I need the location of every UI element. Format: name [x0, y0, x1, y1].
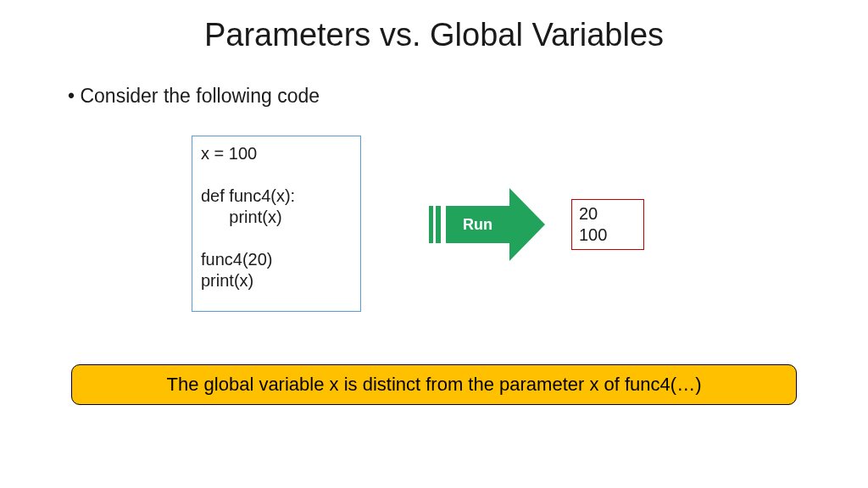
arrow-head-icon: [509, 188, 545, 261]
code-block: x = 100 def func4(x): print(x) func4(20)…: [192, 136, 361, 312]
run-arrow: Run: [429, 188, 543, 261]
run-label: Run: [463, 216, 492, 234]
arrow-body: Run: [446, 206, 509, 243]
banner-text: The global variable x is distinct from t…: [167, 374, 702, 396]
bullet-consider: Consider the following code: [68, 85, 320, 108]
arrow-stripe-icon: [436, 206, 441, 243]
arrow-stripe-icon: [429, 206, 433, 243]
output-block: 20 100: [571, 199, 644, 250]
highlight-banner: The global variable x is distinct from t…: [71, 364, 797, 405]
slide-title: Parameters vs. Global Variables: [0, 17, 868, 53]
